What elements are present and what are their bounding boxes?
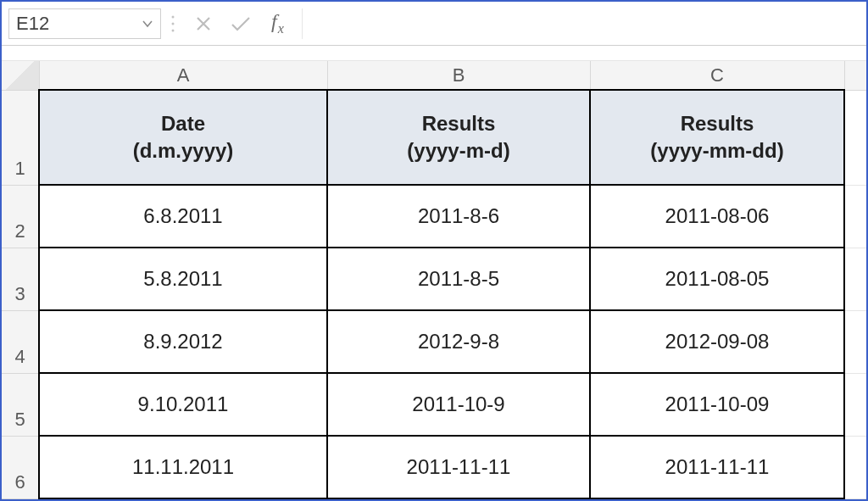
cell-A6[interactable]: 11.11.2011	[39, 436, 327, 498]
column-header-A[interactable]: A	[39, 61, 327, 90]
cell-B1[interactable]: Results (yyyy-m-d)	[327, 90, 590, 185]
separator-dots-icon	[161, 8, 185, 39]
cell-C6[interactable]: 2011-11-11	[590, 436, 844, 498]
cell-A3[interactable]: 5.8.2011	[39, 248, 327, 310]
name-box[interactable]: E12	[8, 8, 161, 39]
cell-B6[interactable]: 2011-11-11	[327, 436, 590, 498]
cell-rest-6[interactable]	[844, 436, 866, 498]
cell-rest-4[interactable]	[844, 310, 866, 373]
svg-point-1	[172, 22, 175, 25]
excel-window: E12 fx A	[0, 0, 868, 501]
formula-input[interactable]	[302, 8, 866, 39]
row-header-1[interactable]: 1	[2, 90, 39, 185]
column-header-C[interactable]: C	[590, 61, 844, 90]
column-header-rest[interactable]	[844, 61, 866, 90]
insert-function-button[interactable]: fx	[259, 8, 297, 39]
cell-B2[interactable]: 2011-8-6	[327, 185, 590, 248]
row-header-3[interactable]: 3	[2, 248, 39, 310]
cell-B3[interactable]: 2011-8-5	[327, 248, 590, 310]
row-header-2[interactable]: 2	[2, 185, 39, 248]
cell-C3[interactable]: 2011-08-05	[590, 248, 844, 310]
cell-C2[interactable]: 2011-08-06	[590, 185, 844, 248]
row-header-5[interactable]: 5	[2, 373, 39, 436]
row-header-4[interactable]: 4	[2, 310, 39, 373]
table-row: 5 9.10.2011 2011-10-9 2011-10-09	[2, 373, 866, 436]
svg-point-2	[172, 29, 175, 31]
svg-point-0	[172, 15, 175, 18]
formula-bar: E12 fx	[2, 2, 866, 46]
cell-A2[interactable]: 6.8.2011	[39, 185, 327, 248]
cancel-icon[interactable]	[185, 8, 222, 39]
spacer-strip	[2, 46, 866, 61]
name-box-value: E12	[16, 13, 49, 35]
cell-rest-5[interactable]	[844, 373, 866, 436]
column-header-B[interactable]: B	[327, 61, 590, 90]
spreadsheet-grid[interactable]: A B C 1 Date (d.m.yyyy) Results (yyyy	[2, 61, 866, 499]
enter-check-icon[interactable]	[222, 8, 259, 39]
cell-rest-1[interactable]	[844, 90, 866, 185]
grid-table: A B C 1 Date (d.m.yyyy) Results (yyyy	[2, 61, 866, 499]
cell-B5[interactable]: 2011-10-9	[327, 373, 590, 436]
cell-rest-3[interactable]	[844, 248, 866, 310]
cell-A4[interactable]: 8.9.2012	[39, 310, 327, 373]
cell-C5[interactable]: 2011-10-09	[590, 373, 844, 436]
select-all-corner[interactable]	[2, 61, 39, 90]
row-header-6[interactable]: 6	[2, 436, 39, 498]
cell-A1[interactable]: Date (d.m.yyyy)	[39, 90, 327, 185]
cell-B4[interactable]: 2012-9-8	[327, 310, 590, 373]
cell-C1[interactable]: Results (yyyy-mm-dd)	[590, 90, 844, 185]
table-row: 4 8.9.2012 2012-9-8 2012-09-08	[2, 310, 866, 373]
table-row: 3 5.8.2011 2011-8-5 2011-08-05	[2, 248, 866, 310]
table-row: 2 6.8.2011 2011-8-6 2011-08-06	[2, 185, 866, 248]
table-row: 1 Date (d.m.yyyy) Results (yyyy-m-d) Res…	[2, 90, 866, 185]
cell-A5[interactable]: 9.10.2011	[39, 373, 327, 436]
cell-rest-2[interactable]	[844, 185, 866, 248]
fx-label: fx	[271, 10, 285, 36]
table-row: 6 11.11.2011 2011-11-11 2011-11-11	[2, 436, 866, 498]
chevron-down-icon[interactable]	[142, 18, 153, 30]
cell-C4[interactable]: 2012-09-08	[590, 310, 844, 373]
